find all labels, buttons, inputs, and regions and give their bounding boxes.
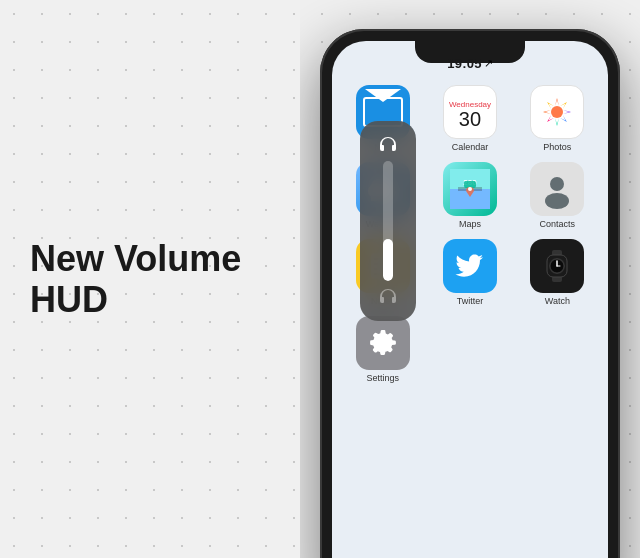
svg-point-11 (550, 177, 564, 191)
app-photos[interactable]: Photos (519, 85, 596, 152)
app-watch[interactable]: Watch (519, 239, 596, 306)
twitter-label: Twitter (457, 296, 484, 306)
photos-label: Photos (543, 142, 571, 152)
cal-day: 30 (459, 109, 481, 129)
app-calendar[interactable]: Wednesday 30 Calendar (431, 85, 508, 152)
watch-icon (530, 239, 584, 293)
svg-point-0 (551, 106, 563, 118)
hud-mute-icon (378, 287, 398, 307)
maps-icon: 280 (443, 162, 497, 216)
phone-screen: 19:05 ↗ Mail Wednesday 30 Calendar (332, 41, 608, 558)
svg-point-12 (545, 193, 569, 209)
watch-label: Watch (545, 296, 570, 306)
hud-slider-fill (383, 239, 393, 281)
settings-icon (356, 316, 410, 370)
app-contacts[interactable]: Contacts (519, 162, 596, 229)
status-time: 19:05 (447, 56, 482, 71)
volume-hud (360, 121, 416, 321)
phone-container: 19:05 ↗ Mail Wednesday 30 Calendar (300, 0, 640, 558)
app-maps[interactable]: 280 Maps (431, 162, 508, 229)
page-title: New Volume HUD (30, 238, 270, 321)
svg-rect-9 (464, 181, 476, 188)
twitter-icon (443, 239, 497, 293)
contacts-icon (530, 162, 584, 216)
left-panel: New Volume HUD (0, 198, 300, 361)
status-arrow: ↗ (484, 57, 493, 70)
calendar-label: Calendar (452, 142, 489, 152)
hud-slider-track (383, 161, 393, 281)
status-bar: 19:05 ↗ (332, 41, 608, 77)
photos-icon (530, 85, 584, 139)
settings-label: Settings (366, 373, 399, 383)
phone-mockup: 19:05 ↗ Mail Wednesday 30 Calendar (320, 29, 620, 558)
app-settings[interactable]: Settings (344, 316, 421, 383)
svg-point-10 (468, 187, 472, 191)
hud-headphones-icon (378, 135, 398, 155)
app-twitter[interactable]: Twitter (431, 239, 508, 306)
contacts-label: Contacts (540, 219, 576, 229)
calendar-icon: Wednesday 30 (443, 85, 497, 139)
maps-label: Maps (459, 219, 481, 229)
